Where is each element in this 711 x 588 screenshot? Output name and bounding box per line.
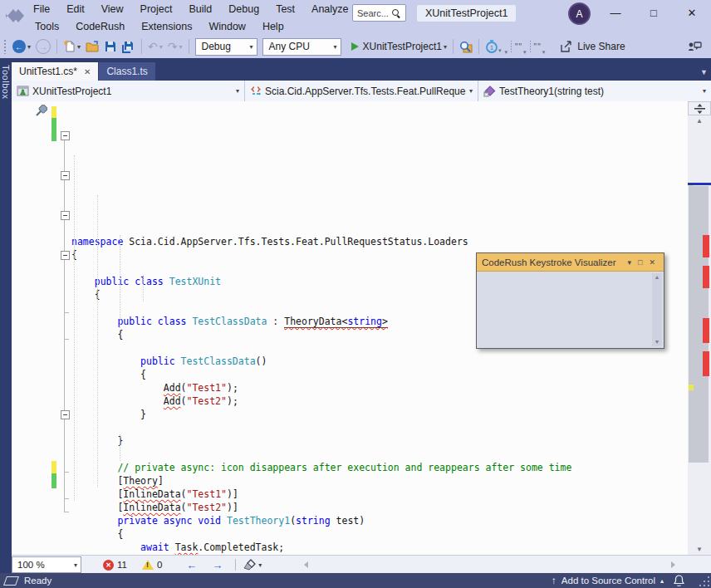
code-line[interactable]: [InlineData("Test1")]	[71, 488, 688, 501]
toolbar-drag-grip[interactable]	[510, 40, 512, 53]
menu-test[interactable]: Test	[267, 3, 303, 15]
toolbar-overflow-icon[interactable]: ▾	[542, 49, 546, 56]
hscroll-left-icon[interactable]	[304, 561, 308, 568]
toolbar-drag-grip[interactable]	[529, 40, 532, 53]
find-in-files-icon	[459, 41, 473, 53]
maximize-button[interactable]: □	[635, 0, 673, 25]
navigate-backward-icon[interactable]: ←	[179, 559, 204, 571]
change-bar-saved	[51, 461, 56, 473]
scroll-down-icon[interactable]: ▼	[688, 544, 711, 555]
send-feedback-button[interactable]	[685, 37, 704, 56]
code-line[interactable]: [Theory]	[71, 474, 688, 488]
menu-help[interactable]: Help	[254, 21, 292, 32]
code-line[interactable]: await Task.CompletedTask;	[71, 541, 688, 554]
menu-view[interactable]: View	[93, 3, 132, 15]
close-button[interactable]: ✕	[673, 0, 711, 25]
menu-edit[interactable]: Edit	[58, 3, 93, 15]
toolbox-panel-tab[interactable]: Toolbox	[0, 58, 12, 573]
popup-scrollbar[interactable]: ▲ ▼	[652, 273, 662, 346]
menu-file[interactable]: File	[25, 3, 58, 15]
code-line[interactable]: Add("Test2");	[71, 394, 688, 408]
menu-extensions[interactable]: Extensions	[133, 21, 200, 32]
code-line[interactable]: // private async: icon disappears after …	[71, 461, 688, 474]
warning-count[interactable]: 0	[157, 560, 162, 570]
code-line[interactable]: [InlineData("Test2")]	[71, 501, 688, 514]
coderush-marker-icon[interactable]	[35, 105, 47, 117]
navigate-forward-icon[interactable]: →	[204, 559, 230, 571]
fold-toggle[interactable]	[61, 131, 70, 140]
project-dropdown[interactable]: XUnitTestProject1 ▾	[12, 81, 245, 101]
type-dropdown[interactable]: Scia.Cid.AppServer.Tfs.Tests.Feat.PullRe…	[245, 81, 478, 101]
menu-debug[interactable]: Debug	[220, 3, 267, 15]
toolbar-drag-grip[interactable]	[3, 39, 7, 54]
navigate-back-button[interactable]: ← ▾	[10, 37, 33, 56]
open-file-button[interactable]	[83, 37, 102, 56]
tab-class1.ts[interactable]: Class1.ts	[99, 62, 154, 81]
fold-toggle[interactable]	[61, 211, 70, 220]
toolbar-overflow-icon[interactable]: ▾	[523, 49, 527, 56]
zoom-combo[interactable]: 100 %▾	[12, 556, 81, 573]
live-share-button[interactable]: Live Share	[557, 37, 627, 56]
background-tasks-icon[interactable]	[3, 576, 19, 586]
redo-button[interactable]: ↷ ▾	[165, 37, 185, 56]
add-to-source-control-button[interactable]: ↑ Add to Source Control ▴	[547, 573, 669, 588]
tab-unittest1.cs-[interactable]: UnitTest1.cs*✕	[12, 62, 98, 81]
popup-title-bar[interactable]: CodeRush Keystroke Visualizer ▾ □ ✕	[477, 253, 664, 272]
minimize-button[interactable]: —	[596, 0, 635, 25]
performance-profiler-button[interactable]: 1 ▾	[483, 37, 505, 56]
error-count[interactable]: 11	[117, 560, 127, 570]
member-dropdown[interactable]: TestTheory1(string test) ▾	[478, 81, 711, 101]
popup-close-icon[interactable]: ✕	[645, 258, 659, 267]
save-button[interactable]	[102, 37, 119, 56]
toolbar-overflow-icon[interactable]: ▾	[504, 49, 508, 56]
fold-end-mark	[64, 307, 69, 313]
code-line[interactable]: namespace Scia.Cid.AppServer.Tfs.Tests.F…	[71, 235, 688, 248]
scroll-up-icon[interactable]: ▲	[652, 273, 662, 282]
popup-float-icon[interactable]: □	[635, 258, 645, 267]
fold-toggle[interactable]	[61, 251, 70, 260]
quick-search-box[interactable]	[352, 4, 406, 22]
menu-coderush[interactable]: CodeRush	[67, 21, 133, 32]
editor-splitter-handle[interactable]	[688, 101, 711, 115]
popup-menu-icon[interactable]: ▾	[624, 258, 635, 267]
code-line[interactable]: private async void TestTheory1(string te…	[71, 514, 688, 527]
upload-icon: ↑	[552, 576, 557, 586]
menu-analyze[interactable]: Analyze	[303, 3, 356, 15]
fold-toggle[interactable]	[61, 410, 70, 419]
solution-configuration-combo[interactable]: Debug▾	[195, 38, 257, 56]
account-avatar[interactable]: A	[568, 2, 591, 25]
find-in-files-button[interactable]	[457, 37, 475, 56]
undo-button[interactable]: ↶ ▾	[145, 37, 165, 56]
save-all-button[interactable]	[119, 37, 138, 56]
start-debugging-button[interactable]: XUnitTestProject1 ▾	[344, 37, 449, 56]
navigate-forward-button[interactable]: →	[33, 37, 53, 56]
code-line[interactable]	[71, 421, 688, 434]
notifications-button[interactable]	[669, 573, 689, 588]
menu-project[interactable]: Project	[132, 3, 181, 15]
code-line[interactable]: Add("Test1");	[71, 381, 688, 394]
resize-grip[interactable]	[698, 573, 711, 588]
code-line[interactable]: }	[71, 434, 688, 448]
menu-tools[interactable]: Tools	[27, 21, 67, 32]
code-line[interactable]	[71, 448, 688, 461]
document-overflow-icon[interactable]: ▼	[700, 68, 708, 76]
broom-icon	[243, 559, 257, 571]
code-line[interactable]: {	[71, 368, 688, 381]
vertical-scrollbar[interactable]: ▲ ▼	[688, 115, 711, 555]
code-cleanup-button[interactable]: ▾	[241, 555, 264, 575]
menu-window[interactable]: Window	[200, 21, 253, 32]
new-file-button[interactable]: ▾	[61, 37, 83, 56]
feedback-icon	[688, 41, 702, 52]
solution-platform-combo[interactable]: Any CPU▾	[262, 38, 341, 56]
code-line[interactable]: }	[71, 408, 688, 421]
code-line[interactable]: public TestClassData()	[71, 355, 688, 368]
change-mark	[689, 385, 694, 390]
hscroll-right-icon[interactable]	[671, 561, 675, 568]
scroll-down-icon[interactable]: ▼	[652, 338, 662, 346]
scroll-up-icon[interactable]: ▲	[688, 115, 711, 126]
tab-close-icon[interactable]: ✕	[84, 67, 91, 76]
menu-build[interactable]: Build	[180, 3, 220, 15]
search-input[interactable]	[353, 8, 392, 18]
code-line[interactable]: {	[71, 527, 688, 541]
fold-toggle[interactable]	[61, 171, 70, 180]
